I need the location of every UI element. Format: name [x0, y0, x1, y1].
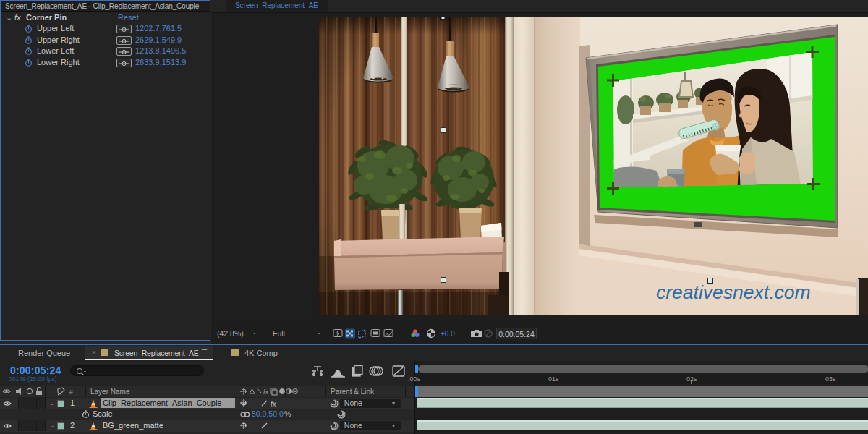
svg-text:+0.0: +0.0 — [441, 330, 455, 338]
svg-text:fx: fx — [263, 388, 269, 396]
svg-text:Parent & Link: Parent & Link — [331, 388, 375, 396]
svg-text:fx: fx — [271, 400, 277, 408]
svg-text:creativesnext.com: creativesnext.com — [656, 281, 811, 303]
svg-text:Layer Name: Layer Name — [90, 388, 130, 396]
svg-text:#: # — [69, 388, 73, 396]
